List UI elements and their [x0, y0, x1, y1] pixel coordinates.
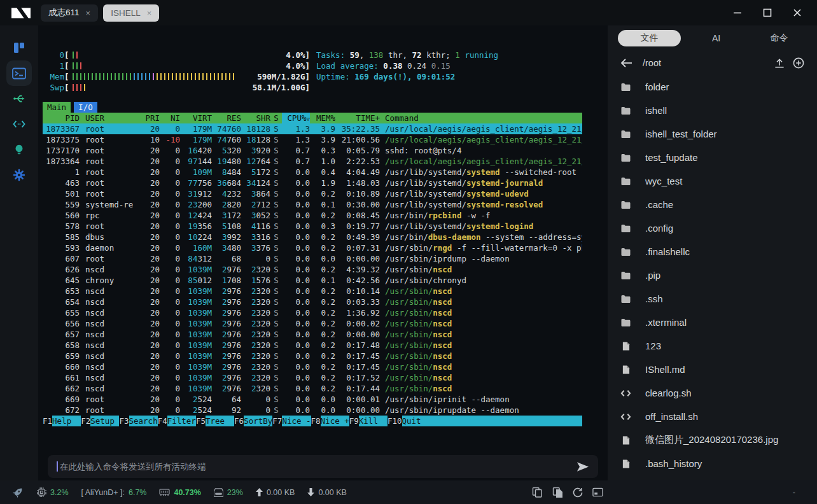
expand-icon[interactable]: [592, 487, 603, 497]
file-name: .config: [645, 223, 673, 234]
cloud-usage: [ AliYunD+ ]: 6.7%: [81, 488, 147, 497]
process-row[interactable]: 578root2001935651084116S0.00.30:19.77/us…: [43, 221, 582, 232]
htop-tab-I/O[interactable]: I/O: [74, 102, 97, 113]
process-row[interactable]: 659nscd2001039M29762320S0.00.20:17.45/us…: [43, 351, 582, 361]
refresh-icon[interactable]: [573, 487, 583, 498]
fkey-F5[interactable]: Tree: [206, 416, 234, 426]
tab-session-2-label: ISHELL: [111, 8, 141, 18]
process-row[interactable]: 1root200109M84845172S0.00.44:04.49/usr/l…: [43, 167, 582, 178]
process-row[interactable]: 559systemd-re2002320028202712S0.00.10:30…: [43, 199, 582, 210]
fkey-F1[interactable]: Help: [52, 416, 81, 426]
file-item[interactable]: .ssh: [620, 287, 817, 311]
meter-0: 0[4.0%]: [43, 50, 310, 60]
fkey-F8[interactable]: Nice +: [321, 416, 349, 426]
file-item[interactable]: ishell_test_folder: [620, 122, 817, 146]
file-item[interactable]: off_install.sh: [620, 405, 817, 428]
file-icon: [620, 364, 631, 375]
rail-item-terminal[interactable]: [6, 60, 32, 86]
process-row[interactable]: 607root20084312680S0.00.00:00.00/usr/sbi…: [43, 253, 582, 264]
file-item[interactable]: clearlog.sh: [620, 381, 817, 405]
tab-close-icon[interactable]: ×: [147, 8, 152, 18]
file-item[interactable]: .xterminal: [620, 311, 817, 334]
file-name: .ssh: [645, 293, 663, 304]
fkey-F3[interactable]: Search: [129, 416, 158, 426]
process-row[interactable]: 657nscd2001039M29762320S0.00.20:00.00/us…: [43, 329, 582, 340]
file-item[interactable]: test_fupdate: [620, 146, 817, 169]
command-input[interactable]: [60, 462, 576, 472]
htop-tab-Main[interactable]: Main: [43, 102, 71, 113]
file-item[interactable]: .finalshellc: [620, 240, 817, 263]
add-icon[interactable]: [793, 57, 804, 69]
process-row[interactable]: 501root2003191242323864S0.00.20:10.89/us…: [43, 188, 582, 199]
file-item[interactable]: 123: [620, 334, 817, 358]
process-row[interactable]: 656nscd2001039M29762320S0.00.20:00.02/us…: [43, 318, 582, 329]
file-item[interactable]: 微信图片_20240820170236.jpg: [620, 428, 817, 452]
process-row[interactable]: 658nscd2001039M29762320S0.00.20:17.48/us…: [43, 340, 582, 351]
fkey-F6[interactable]: SortBy: [244, 416, 272, 426]
fkey-F9[interactable]: Kill: [359, 416, 388, 426]
process-row[interactable]: 626nscd2001039M29762320S0.00.24:39.32/us…: [43, 264, 582, 275]
tab-session-1-label: 成志611: [48, 7, 80, 18]
file-item[interactable]: wyc_test: [620, 169, 817, 193]
terminal-pane[interactable]: 0[4.0%]1[4.0%]Mem[590M/1.82G]Swp[58.1M/1…: [38, 25, 608, 480]
current-path: /root: [643, 58, 661, 68]
file-item[interactable]: .bash_logout: [620, 475, 817, 480]
titlebar: 成志611 × ISHELL ×: [0, 0, 817, 25]
maximize-icon[interactable]: [762, 8, 772, 18]
process-row[interactable]: 1873364root200971441948012764S0.71.02:22…: [43, 156, 582, 167]
process-row[interactable]: 1873375root10-10179M7476018128S1.33.921:…: [43, 134, 582, 145]
file-item[interactable]: folder: [620, 75, 817, 99]
process-row[interactable]: 669root2002524640S0.00.00:00.01/usr/sbin…: [43, 394, 582, 405]
tab-session-2[interactable]: ISHELL ×: [103, 4, 159, 22]
tab-commands[interactable]: 命令: [748, 30, 811, 46]
rail-item-settings[interactable]: [6, 162, 32, 188]
htop-output: 0[4.0%]1[4.0%]Mem[590M/1.82G]Swp[58.1M/1…: [43, 25, 582, 426]
code-icon: [13, 120, 25, 129]
rail-item-dashboard[interactable]: [6, 35, 32, 60]
file-icon: [620, 458, 631, 469]
back-icon[interactable]: [620, 59, 632, 67]
process-row[interactable]: 653nscd2001039M29762320S0.00.20:10.14/us…: [43, 286, 582, 297]
meter-Swp: Swp[58.1M/1.00G]: [43, 82, 310, 93]
process-row[interactable]: 463root200777563668434124S0.01.91:48.03/…: [43, 178, 582, 188]
tab-ai[interactable]: AI: [685, 31, 748, 46]
rail-item-ideas[interactable]: [6, 137, 32, 162]
paste-icon[interactable]: [552, 487, 563, 498]
copy-icon[interactable]: [532, 487, 543, 498]
file-item[interactable]: IShell.md: [620, 358, 817, 381]
file-item[interactable]: .pip: [620, 263, 817, 287]
send-icon[interactable]: [576, 461, 589, 472]
fkey-F2[interactable]: Setup: [90, 416, 119, 426]
broadcast-command-bar[interactable]: [48, 455, 598, 478]
tab-files[interactable]: 文件: [618, 30, 681, 46]
folder-icon: [620, 152, 631, 163]
file-item[interactable]: ishell: [620, 99, 817, 122]
file-item[interactable]: .config: [620, 216, 817, 240]
process-row[interactable]: 672root2002524920S0.00.00:00.00/usr/sbin…: [43, 405, 582, 416]
minimize-icon[interactable]: [732, 8, 742, 18]
process-row[interactable]: 662nscd2001039M29762320S0.00.20:17.44/us…: [43, 383, 582, 394]
close-icon[interactable]: [792, 8, 802, 18]
process-row[interactable]: 593daemon200160M34803376S0.00.20:07.31/u…: [43, 242, 582, 253]
process-row[interactable]: 645chrony2008501217081576S0.00.10:42.56/…: [43, 275, 582, 286]
process-row[interactable]: 654nscd2001039M29762320S0.00.20:03.33/us…: [43, 297, 582, 307]
fkey-F10[interactable]: Quit: [402, 416, 431, 426]
process-row[interactable]: 661nscd2001039M29762320S0.00.20:17.52/us…: [43, 372, 582, 383]
process-row[interactable]: 655nscd2001039M29762320S0.00.21:36.92/us…: [43, 307, 582, 318]
rail-item-code[interactable]: [6, 111, 32, 137]
fkey-F4[interactable]: Filter: [167, 416, 196, 426]
tab-close-icon[interactable]: ×: [86, 8, 91, 18]
fkey-F7[interactable]: Nice -: [282, 416, 311, 426]
process-row[interactable]: 1737170root2001642053203920S0.70.30:05.7…: [43, 145, 582, 156]
upload-icon[interactable]: [774, 58, 785, 69]
file-item[interactable]: .cache: [620, 193, 817, 216]
process-row[interactable]: 585dbus2001022439923316S0.00.20:49.39/us…: [43, 232, 582, 242]
tab-session-1[interactable]: 成志611 ×: [41, 4, 98, 22]
process-row[interactable]: 660nscd2001039M29762320S0.00.20:17.45/us…: [43, 361, 582, 372]
file-item[interactable]: .bash_history: [620, 452, 817, 475]
file-name: .pip: [645, 270, 660, 281]
rail-item-connections[interactable]: [6, 86, 32, 111]
folder-icon: [620, 246, 631, 257]
process-row[interactable]: 560rpc2001242431723052S0.00.20:08.45/usr…: [43, 210, 582, 221]
process-row[interactable]: 1873367root200179M7476018128S1.33.935:22…: [43, 123, 582, 134]
